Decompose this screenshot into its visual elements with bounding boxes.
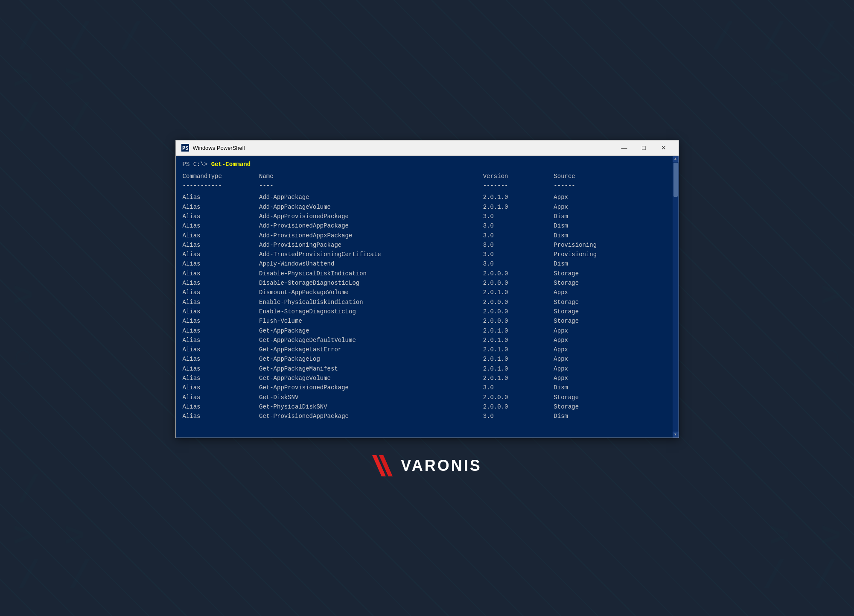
cell-version: 2.0.1.0 <box>483 374 554 383</box>
cell-name: Get-AppPackageVolume <box>259 374 483 383</box>
table-row: Alias Disable-StorageDiagnosticLog 2.0.0… <box>183 278 672 288</box>
cell-version: 2.0.1.0 <box>483 364 554 374</box>
cell-type: Alias <box>183 364 259 374</box>
cell-type: Alias <box>183 221 259 231</box>
cell-type: Alias <box>183 288 259 297</box>
table-row: Alias Get-PhysicalDiskSNV 2.0.0.0 Storag… <box>183 402 672 412</box>
cell-version: 2.0.1.0 <box>483 288 554 297</box>
cell-version: 2.0.1.0 <box>483 202 554 212</box>
cell-type: Alias <box>183 383 259 392</box>
cell-name: Enable-StorageDiagnosticLog <box>259 307 483 316</box>
cell-name: Get-AppProvisionedPackage <box>259 383 483 392</box>
cell-type: Alias <box>183 269 259 278</box>
table-row: Alias Get-AppPackageVolume 2.0.1.0 Appx <box>183 374 672 383</box>
sep-version: ------- <box>483 181 554 193</box>
command-text: Get-Command <box>211 161 251 168</box>
cell-source: Appx <box>554 193 671 202</box>
cell-version: 2.0.0.0 <box>483 298 554 307</box>
scrollbar[interactable]: ▲ ▼ <box>673 156 679 438</box>
cell-source: Dism <box>554 383 671 392</box>
cell-name: Get-AppPackageLog <box>259 354 483 364</box>
table-row: Alias Get-ProvisionedAppPackage 3.0 Dism <box>183 412 672 421</box>
table-row: Alias Get-AppPackageManifest 2.0.1.0 App… <box>183 364 672 374</box>
cell-source: Storage <box>554 316 671 326</box>
cell-version: 2.0.0.0 <box>483 402 554 412</box>
scrollbar-thumb[interactable] <box>673 163 678 197</box>
cell-source: Appx <box>554 326 671 336</box>
cell-type: Alias <box>183 345 259 354</box>
table-row: Alias Dismount-AppPackageVolume 2.0.1.0 … <box>183 288 672 297</box>
cell-source: Dism <box>554 212 671 221</box>
cell-version: 3.0 <box>483 259 554 269</box>
table-header-row: CommandType Name Version Source <box>183 172 672 181</box>
cell-name: Add-AppPackage <box>259 193 483 202</box>
cell-type: Alias <box>183 212 259 221</box>
table-row: Alias Enable-PhysicalDiskIndication 2.0.… <box>183 298 672 307</box>
varonis-logo-container: VARONIS <box>175 455 679 476</box>
cell-name: Flush-Volume <box>259 316 483 326</box>
cell-type: Alias <box>183 298 259 307</box>
cell-source: Dism <box>554 259 671 269</box>
cell-name: Dismount-AppPackageVolume <box>259 288 483 297</box>
cell-name: Add-ProvisioningPackage <box>259 240 483 250</box>
varonis-brand-text: VARONIS <box>401 457 481 475</box>
cell-source: Storage <box>554 307 671 316</box>
titlebar: PS Windows PowerShell — □ ✕ <box>176 140 679 156</box>
minimize-button[interactable]: — <box>615 140 634 155</box>
prompt-line: PS C:\> Get-Command <box>183 160 672 169</box>
powershell-window: PS Windows PowerShell — □ ✕ PS C:\> Get-… <box>175 140 679 438</box>
cell-type: Alias <box>183 326 259 336</box>
sep-type: ----------- <box>183 181 259 193</box>
header-type: CommandType <box>183 172 259 181</box>
cell-source: Appx <box>554 354 671 364</box>
cell-name: Add-AppProvisionedPackage <box>259 212 483 221</box>
terminal-content: PS C:\> Get-Command CommandType Name Ver… <box>176 156 679 438</box>
cell-source: Dism <box>554 221 671 231</box>
cell-source: Storage <box>554 298 671 307</box>
cell-name: Get-AppPackageManifest <box>259 364 483 374</box>
cell-source: Appx <box>554 288 671 297</box>
cell-source: Storage <box>554 278 671 288</box>
cell-name: Get-AppPackageDefaultVolume <box>259 336 483 345</box>
cell-source: Appx <box>554 364 671 374</box>
cell-type: Alias <box>183 307 259 316</box>
cell-source: Storage <box>554 393 671 402</box>
cell-type: Alias <box>183 402 259 412</box>
table-row: Alias Disable-PhysicalDiskIndication 2.0… <box>183 269 672 278</box>
scrollbar-up-button[interactable]: ▲ <box>673 156 679 162</box>
cell-version: 3.0 <box>483 412 554 421</box>
cell-source: Appx <box>554 202 671 212</box>
table-row: Alias Apply-WindowsUnattend 3.0 Dism <box>183 259 672 269</box>
cell-source: Appx <box>554 336 671 345</box>
cell-type: Alias <box>183 354 259 364</box>
cell-version: 2.0.0.0 <box>483 316 554 326</box>
scrollbar-down-button[interactable]: ▼ <box>673 432 679 438</box>
cell-name: Get-AppPackage <box>259 326 483 336</box>
table-row: Alias Get-AppPackageLastError 2.0.1.0 Ap… <box>183 345 672 354</box>
table-row: Alias Get-AppProvisionedPackage 3.0 Dism <box>183 383 672 392</box>
cell-name: Add-ProvisionedAppPackage <box>259 221 483 231</box>
cell-name: Add-TrustedProvisioningCertificate <box>259 250 483 259</box>
table-row: Alias Enable-StorageDiagnosticLog 2.0.0.… <box>183 307 672 316</box>
close-button[interactable]: ✕ <box>654 140 673 155</box>
cell-version: 2.0.0.0 <box>483 278 554 288</box>
cell-source: Provisioning <box>554 250 671 259</box>
cell-version: 2.0.1.0 <box>483 326 554 336</box>
table-row: Alias Get-DiskSNV 2.0.0.0 Storage <box>183 393 672 402</box>
cell-type: Alias <box>183 250 259 259</box>
sep-name: ---- <box>259 181 483 193</box>
cell-source: Storage <box>554 402 671 412</box>
maximize-button[interactable]: □ <box>634 140 654 155</box>
cell-version: 3.0 <box>483 221 554 231</box>
titlebar-icon: PS <box>181 143 189 152</box>
cell-name: Enable-PhysicalDiskIndication <box>259 298 483 307</box>
varonis-v-icon <box>372 455 396 476</box>
cell-version: 2.0.1.0 <box>483 345 554 354</box>
cell-source: Dism <box>554 231 671 240</box>
cell-type: Alias <box>183 259 259 269</box>
titlebar-controls: — □ ✕ <box>615 140 673 155</box>
cell-type: Alias <box>183 231 259 240</box>
header-name: Name <box>259 172 483 181</box>
table-row: Alias Add-AppPackageVolume 2.0.1.0 Appx <box>183 202 672 212</box>
cell-type: Alias <box>183 240 259 250</box>
